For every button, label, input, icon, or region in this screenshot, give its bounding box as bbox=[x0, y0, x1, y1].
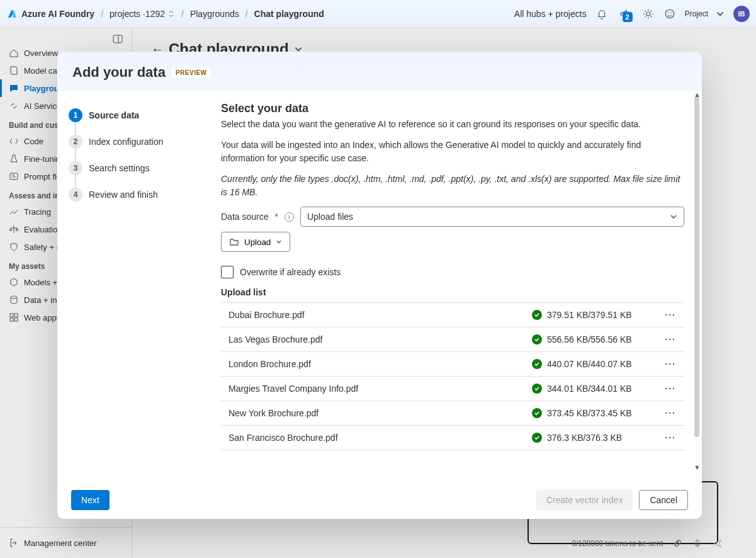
file-name: Margies Travel Company Info.pdf bbox=[222, 384, 532, 394]
file-status: 376.3 KB/376.3 KB bbox=[532, 433, 658, 443]
file-name: San Francisco Brochure.pdf bbox=[222, 433, 532, 443]
required-asterisk: * bbox=[274, 212, 278, 222]
file-size: 376.3 KB/376.3 KB bbox=[547, 433, 622, 443]
create-vector-index-button: Create vector index bbox=[536, 490, 633, 510]
file-size: 556.56 KB/556.56 KB bbox=[547, 334, 632, 344]
file-row: Las Vegas Brochure.pdf556.56 KB/556.56 K… bbox=[221, 327, 684, 352]
info-icon[interactable]: i bbox=[285, 212, 294, 222]
data-source-row: Data source * i Upload files bbox=[221, 207, 684, 227]
scroll-down-arrow-icon[interactable]: ▼ bbox=[694, 464, 701, 471]
file-row: Dubai Brochure.pdf379.51 KB/379.51 KB··· bbox=[221, 302, 684, 327]
folder-icon bbox=[229, 237, 239, 247]
svg-point-1 bbox=[668, 12, 669, 13]
project-picker[interactable]: Project bbox=[685, 9, 725, 18]
next-button[interactable]: Next bbox=[71, 490, 110, 510]
step-source-data[interactable]: 1 Source data bbox=[69, 102, 206, 128]
notification-badge: 2 bbox=[623, 12, 633, 22]
brand[interactable]: Azure AI Foundry bbox=[6, 8, 94, 20]
more-actions-icon[interactable]: ··· bbox=[658, 433, 683, 443]
breadcrumb-sep: / bbox=[181, 9, 184, 19]
data-source-value: Upload files bbox=[307, 212, 353, 222]
more-actions-icon[interactable]: ··· bbox=[658, 334, 683, 344]
more-actions-icon[interactable]: ··· bbox=[658, 384, 683, 394]
pane-heading: Select your data bbox=[221, 102, 684, 115]
more-actions-icon[interactable]: ··· bbox=[658, 359, 683, 369]
chevron-down-icon bbox=[716, 9, 725, 18]
file-size: 440.07 KB/440.07 KB bbox=[547, 359, 632, 369]
data-source-label: Data source bbox=[221, 212, 268, 222]
more-actions-icon[interactable]: ··· bbox=[658, 310, 683, 320]
file-name: Dubai Brochure.pdf bbox=[222, 310, 532, 320]
check-circle-icon bbox=[532, 408, 542, 418]
bell-icon[interactable] bbox=[595, 8, 608, 20]
check-circle-icon bbox=[532, 433, 542, 443]
gear-icon[interactable] bbox=[642, 8, 655, 20]
azure-logo-icon bbox=[6, 8, 18, 20]
file-name: New York Brochure.pdf bbox=[222, 408, 532, 418]
pane-para2: Your data will be ingested into an Index… bbox=[221, 139, 684, 165]
check-circle-icon bbox=[532, 359, 542, 369]
chevron-down-icon bbox=[670, 213, 677, 220]
chevron-down-icon bbox=[276, 239, 282, 245]
pane-note: Currently, only the file types .doc(x), … bbox=[221, 173, 684, 199]
scrollbar-thumb[interactable] bbox=[694, 97, 699, 437]
upload-button[interactable]: Upload bbox=[221, 232, 290, 252]
upload-list-title: Upload list bbox=[221, 287, 684, 297]
file-row: London Brochure.pdf440.07 KB/440.07 KB··… bbox=[221, 352, 684, 377]
file-status: 440.07 KB/440.07 KB bbox=[532, 359, 658, 369]
more-actions-icon[interactable]: ··· bbox=[658, 408, 683, 418]
breadcrumb-chat[interactable]: Chat playground bbox=[254, 9, 324, 19]
chevron-expand-icon bbox=[167, 10, 175, 18]
svg-point-0 bbox=[665, 9, 674, 18]
modal-header: Add your data PREVIEW bbox=[57, 52, 702, 91]
step-index-config[interactable]: 2 Index configuration bbox=[69, 128, 206, 155]
top-bar: Azure AI Foundry / projects ·1292 / Play… bbox=[0, 0, 756, 28]
file-status: 344.01 KB/344.01 KB bbox=[532, 384, 658, 394]
avatar[interactable]: IB bbox=[733, 6, 750, 22]
file-name: Las Vegas Brochure.pdf bbox=[222, 334, 532, 344]
file-row: San Francisco Brochure.pdf376.3 KB/376.3… bbox=[221, 426, 684, 450]
file-status: 556.56 KB/556.56 KB bbox=[532, 334, 658, 344]
modal-pane: ▲ ▼ Select your data Select the data you… bbox=[212, 91, 702, 481]
file-size: 344.01 KB/344.01 KB bbox=[547, 384, 632, 394]
cancel-button[interactable]: Cancel bbox=[639, 490, 688, 510]
file-row: New York Brochure.pdf373.45 KB/373.45 KB… bbox=[221, 401, 684, 426]
check-circle-icon bbox=[532, 384, 542, 394]
megaphone-icon[interactable]: 2 bbox=[617, 8, 633, 20]
file-size: 379.51 KB/379.51 KB bbox=[547, 310, 632, 320]
file-size: 373.45 KB/373.45 KB bbox=[547, 408, 632, 418]
brand-text: Azure AI Foundry bbox=[21, 9, 94, 19]
project-label: Project bbox=[685, 9, 708, 18]
breadcrumb-sep: / bbox=[245, 9, 248, 19]
scrollbar[interactable] bbox=[694, 97, 701, 450]
modal-title: Add your data bbox=[72, 64, 166, 81]
check-circle-icon bbox=[532, 334, 542, 344]
breadcrumb-sep: / bbox=[101, 9, 103, 19]
overwrite-label: Overwrite if already exists bbox=[240, 267, 341, 277]
step-review-finish[interactable]: 4 Review and finish bbox=[69, 181, 206, 208]
preview-badge: PREVIEW bbox=[172, 68, 211, 77]
checkbox-box bbox=[221, 266, 234, 278]
file-status: 373.45 KB/373.45 KB bbox=[532, 408, 658, 418]
breadcrumb-project[interactable]: projects ·1292 bbox=[110, 9, 175, 19]
topbar-right: All hubs + projects 2 Project IB bbox=[514, 6, 750, 22]
data-source-select[interactable]: Upload files bbox=[300, 207, 684, 227]
smiley-icon[interactable] bbox=[663, 8, 676, 20]
file-row: Margies Travel Company Info.pdf344.01 KB… bbox=[221, 377, 684, 401]
file-name: London Brochure.pdf bbox=[222, 359, 532, 369]
svg-point-2 bbox=[670, 12, 672, 13]
hubs-projects-link[interactable]: All hubs + projects bbox=[514, 9, 587, 19]
modal-footer: Next Create vector index Cancel bbox=[57, 481, 702, 519]
check-circle-icon bbox=[532, 310, 542, 320]
file-status: 379.51 KB/379.51 KB bbox=[532, 310, 658, 320]
upload-list: Dubai Brochure.pdf379.51 KB/379.51 KB···… bbox=[221, 302, 684, 450]
overwrite-checkbox[interactable]: Overwrite if already exists bbox=[221, 266, 684, 278]
breadcrumb-playgrounds[interactable]: Playgrounds bbox=[190, 9, 239, 19]
wizard-stepper: 1 Source data 2 Index configuration 3 Se… bbox=[57, 91, 212, 481]
pane-intro: Select the data you want the generative … bbox=[221, 118, 684, 131]
add-data-modal: Add your data PREVIEW 1 Source data 2 In… bbox=[57, 52, 702, 519]
step-search-settings[interactable]: 3 Search settings bbox=[69, 155, 206, 181]
